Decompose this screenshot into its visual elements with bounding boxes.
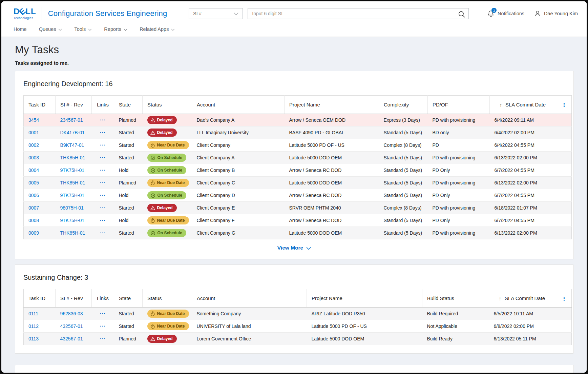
section-feasibility: Feasibility: 3	[15, 365, 574, 374]
si-rev-link[interactable]: DK417B-01	[60, 130, 85, 135]
si-filter-select[interactable]: SI #	[189, 8, 243, 19]
user-menu[interactable]: Dae Young Kim	[534, 10, 578, 17]
table-header-row: Task IDSI # - RevLinksStateStatusAccount…	[24, 96, 572, 114]
check-circle-icon	[150, 155, 155, 160]
header-right-group: 1 Notifications Dae Young Kim	[487, 9, 578, 18]
column-header-pd-of[interactable]: PD/OF	[428, 96, 490, 114]
status-badge-label: Near Due Date	[157, 312, 185, 316]
search-input[interactable]	[248, 8, 468, 19]
cell-sla-commit-date: 6/7/2022 04:55 PM	[490, 164, 572, 177]
task-id-link[interactable]: 0005	[28, 180, 39, 185]
links-ellipsis-button[interactable]: ···	[100, 336, 106, 341]
si-rev-link[interactable]: 9TK75H-01	[60, 193, 85, 198]
cell-project-name: Latitude 5000 DOD OEM	[285, 227, 379, 239]
column-header-si-rev[interactable]: SI # - Rev	[56, 96, 92, 114]
column-header-project-name[interactable]: Project Name	[307, 289, 422, 308]
nav-item-related-apps[interactable]: Related Apps	[140, 26, 175, 32]
cell-status: On Schedule	[143, 227, 192, 239]
links-ellipsis-button[interactable]: ···	[100, 180, 106, 185]
si-rev-link[interactable]: THK85H-01	[60, 180, 85, 185]
column-header-state[interactable]: State	[114, 96, 143, 114]
si-rev-link[interactable]: 432567-01	[60, 323, 83, 329]
column-header-account[interactable]: Account	[192, 289, 307, 308]
column-header-status[interactable]: Status	[143, 96, 192, 114]
task-id-link[interactable]: 0002	[28, 142, 39, 148]
sort-ascending-icon[interactable]: ↑	[499, 296, 501, 302]
cell-status: Near Due Date	[143, 139, 192, 152]
column-header-task-id[interactable]: Task ID	[24, 289, 56, 308]
task-id-link[interactable]: 0008	[28, 218, 39, 223]
task-id-link[interactable]: 0003	[28, 155, 39, 160]
column-header-state[interactable]: State	[114, 289, 143, 308]
task-id-link[interactable]: 0004	[28, 168, 39, 173]
cell-task-id: 0008	[24, 214, 56, 227]
column-header-sla-commit-date[interactable]: ↑SLA Commit Date⋮	[489, 289, 572, 308]
links-ellipsis-button[interactable]: ···	[100, 130, 106, 135]
page-title: My Tasks	[15, 44, 574, 56]
nav-item-home[interactable]: Home	[14, 26, 27, 32]
links-ellipsis-button[interactable]: ···	[100, 155, 106, 160]
cell-build-status: Not Applicable	[422, 320, 489, 333]
cell-state: Started	[114, 320, 143, 333]
cell-project-name: ARIZ Latitude DOD R350	[307, 308, 422, 320]
links-ellipsis-button[interactable]: ···	[100, 117, 106, 123]
search-button[interactable]	[457, 9, 466, 20]
links-ellipsis-button[interactable]: ···	[100, 218, 106, 223]
cell-pd-of: PD	[428, 139, 490, 152]
dell-logo[interactable]: DELL Technologies	[14, 7, 36, 20]
view-more-button[interactable]: View More	[23, 245, 565, 251]
cell-links: ···	[92, 152, 114, 164]
links-ellipsis-button[interactable]: ···	[100, 168, 106, 173]
cell-state: Planned	[114, 177, 143, 189]
sort-ascending-icon[interactable]: ↑	[499, 102, 502, 108]
task-id-link[interactable]: 0001	[28, 130, 39, 135]
si-rev-link[interactable]: THK85H-01	[60, 230, 85, 236]
nav-item-label: Reports	[104, 26, 121, 32]
si-rev-link[interactable]: 9TK75H-01	[60, 168, 85, 173]
task-id-link[interactable]: 0112	[28, 323, 39, 329]
nav-item-queues[interactable]: Queues	[39, 26, 62, 32]
section-sustaining-change: Sustaining Change: 3 Task IDSI # - RevLi…	[15, 264, 574, 354]
si-rev-link[interactable]: THK85H-01	[60, 155, 85, 160]
si-rev-link[interactable]: 432567-01	[60, 336, 83, 341]
links-ellipsis-button[interactable]: ···	[100, 193, 106, 198]
column-options-kebab-icon[interactable]: ⋮	[562, 296, 567, 301]
si-rev-link[interactable]: 234567-01	[60, 117, 83, 123]
column-header-links[interactable]: Links	[92, 96, 114, 114]
task-id-link[interactable]: 0006	[28, 193, 39, 198]
task-id-link[interactable]: 0007	[28, 205, 39, 211]
task-id-link[interactable]: 3454	[28, 117, 39, 123]
links-ellipsis-button[interactable]: ···	[100, 142, 106, 148]
links-ellipsis-button[interactable]: ···	[100, 323, 106, 329]
column-header-account[interactable]: Account	[192, 96, 285, 114]
column-header-status[interactable]: Status	[143, 289, 192, 308]
si-rev-link[interactable]: B9KT47-01	[60, 142, 84, 148]
task-id-link[interactable]: 0113	[28, 336, 39, 341]
column-header-si-rev[interactable]: SI # - Rev	[56, 289, 92, 308]
status-badge-label: On Schedule	[158, 168, 182, 172]
links-ellipsis-button[interactable]: ···	[100, 230, 106, 236]
nav-item-reports[interactable]: Reports	[104, 26, 127, 32]
cell-state: Hold	[114, 189, 143, 202]
column-header-links[interactable]: Links	[92, 289, 114, 308]
si-rev-link[interactable]: 962836-03	[60, 311, 83, 316]
task-id-link[interactable]: 0111	[28, 311, 38, 316]
cell-si-rev: THK85H-01	[56, 227, 92, 239]
notifications-button[interactable]: 1 Notifications	[487, 9, 524, 18]
si-rev-link[interactable]: 9TK75H-01	[60, 218, 85, 223]
cell-si-rev: DK417B-01	[56, 126, 92, 139]
column-header-task-id[interactable]: Task ID	[24, 96, 56, 114]
nav-item-tools[interactable]: Tools	[74, 26, 92, 32]
cell-links: ···	[92, 139, 114, 152]
column-header-sla-commit-date[interactable]: ↑SLA Commit Date⋮	[490, 96, 572, 114]
links-ellipsis-button[interactable]: ···	[100, 311, 106, 316]
status-badge-label: On Schedule	[158, 193, 182, 197]
column-header-complexity[interactable]: Complexity	[379, 96, 428, 114]
clock-icon	[150, 143, 155, 148]
column-header-build-status[interactable]: Build Status	[422, 289, 489, 308]
column-options-kebab-icon[interactable]: ⋮	[562, 102, 567, 107]
column-header-project-name[interactable]: Project Name	[285, 96, 379, 114]
si-rev-link[interactable]: 98075H-01	[60, 205, 84, 211]
links-ellipsis-button[interactable]: ···	[100, 205, 106, 211]
task-id-link[interactable]: 0009	[28, 230, 39, 236]
